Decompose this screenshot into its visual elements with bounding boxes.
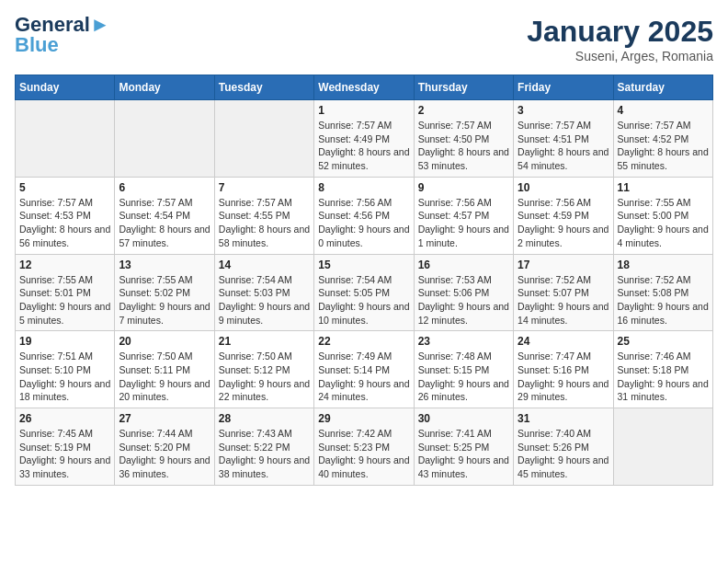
logo-text: General► [15,15,110,35]
calendar-cell: 31Sunrise: 7:40 AM Sunset: 5:26 PM Dayli… [514,408,613,486]
day-number: 8 [318,181,409,194]
day-info: Sunrise: 7:47 AM Sunset: 5:16 PM Dayligh… [518,350,609,404]
day-info: Sunrise: 7:48 AM Sunset: 5:15 PM Dayligh… [418,350,509,404]
day-info: Sunrise: 7:56 AM Sunset: 4:56 PM Dayligh… [318,196,409,250]
day-number: 19 [19,335,110,348]
location-subtitle: Suseni, Arges, Romania [527,49,713,63]
day-number: 22 [318,335,409,348]
calendar-cell: 13Sunrise: 7:55 AM Sunset: 5:02 PM Dayli… [115,254,214,331]
calendar-day-header: Sunday [16,75,115,100]
day-number: 6 [119,181,210,194]
calendar-cell: 17Sunrise: 7:52 AM Sunset: 5:07 PM Dayli… [514,254,613,331]
calendar-day-header: Tuesday [214,75,313,100]
day-number: 31 [518,412,609,425]
calendar-cell: 14Sunrise: 7:54 AM Sunset: 5:03 PM Dayli… [214,254,313,331]
calendar-cell: 27Sunrise: 7:44 AM Sunset: 5:20 PM Dayli… [115,408,214,486]
day-info: Sunrise: 7:43 AM Sunset: 5:22 PM Dayligh… [219,427,310,481]
calendar-table: SundayMondayTuesdayWednesdayThursdayFrid… [15,75,713,486]
title-block: January 2025 Suseni, Arges, Romania [527,15,713,63]
day-info: Sunrise: 7:49 AM Sunset: 5:14 PM Dayligh… [318,350,409,404]
calendar-week-row: 1Sunrise: 7:57 AM Sunset: 4:49 PM Daylig… [16,100,713,178]
day-number: 10 [518,181,609,194]
calendar-week-row: 26Sunrise: 7:45 AM Sunset: 5:19 PM Dayli… [16,408,713,486]
calendar-day-header: Friday [514,75,613,100]
day-number: 1 [318,104,409,117]
calendar-cell: 25Sunrise: 7:46 AM Sunset: 5:18 PM Dayli… [613,331,712,408]
day-number: 24 [518,335,609,348]
day-number: 15 [318,259,409,271]
day-number: 28 [219,412,310,425]
day-number: 27 [119,412,210,425]
calendar-header-row: SundayMondayTuesdayWednesdayThursdayFrid… [16,75,713,100]
calendar-cell [16,100,115,178]
calendar-cell: 2Sunrise: 7:57 AM Sunset: 4:50 PM Daylig… [414,100,513,178]
day-info: Sunrise: 7:55 AM Sunset: 5:01 PM Dayligh… [19,273,110,327]
day-info: Sunrise: 7:57 AM Sunset: 4:55 PM Dayligh… [219,196,310,250]
logo-subtext: Blue [15,35,110,55]
day-info: Sunrise: 7:55 AM Sunset: 5:02 PM Dayligh… [119,273,210,327]
day-number: 4 [618,104,709,117]
day-number: 23 [418,335,509,348]
calendar-cell: 21Sunrise: 7:50 AM Sunset: 5:12 PM Dayli… [214,331,313,408]
calendar-cell: 30Sunrise: 7:41 AM Sunset: 5:25 PM Dayli… [414,408,513,486]
day-info: Sunrise: 7:46 AM Sunset: 5:18 PM Dayligh… [618,350,709,404]
day-info: Sunrise: 7:56 AM Sunset: 4:57 PM Dayligh… [418,196,509,250]
day-number: 26 [19,412,110,425]
calendar-cell: 22Sunrise: 7:49 AM Sunset: 5:14 PM Dayli… [314,331,414,408]
calendar-week-row: 12Sunrise: 7:55 AM Sunset: 5:01 PM Dayli… [16,254,713,331]
day-number: 30 [418,412,509,425]
day-info: Sunrise: 7:52 AM Sunset: 5:07 PM Dayligh… [518,273,609,327]
calendar-cell: 16Sunrise: 7:53 AM Sunset: 5:06 PM Dayli… [414,254,513,331]
month-title: January 2025 [527,15,713,49]
day-info: Sunrise: 7:54 AM Sunset: 5:05 PM Dayligh… [318,273,409,327]
day-info: Sunrise: 7:44 AM Sunset: 5:20 PM Dayligh… [119,427,210,481]
day-info: Sunrise: 7:42 AM Sunset: 5:23 PM Dayligh… [318,427,409,481]
calendar-cell: 24Sunrise: 7:47 AM Sunset: 5:16 PM Dayli… [514,331,613,408]
calendar-cell: 10Sunrise: 7:56 AM Sunset: 4:59 PM Dayli… [514,177,613,254]
day-number: 29 [318,412,409,425]
day-info: Sunrise: 7:53 AM Sunset: 5:06 PM Dayligh… [418,273,509,327]
day-info: Sunrise: 7:40 AM Sunset: 5:26 PM Dayligh… [518,427,609,481]
calendar-day-header: Thursday [414,75,513,100]
day-number: 13 [119,259,210,271]
calendar-cell [115,100,214,178]
calendar-cell: 12Sunrise: 7:55 AM Sunset: 5:01 PM Dayli… [16,254,115,331]
day-number: 17 [518,259,609,271]
day-number: 12 [19,259,110,271]
day-number: 2 [418,104,509,117]
calendar-cell: 11Sunrise: 7:55 AM Sunset: 5:00 PM Dayli… [613,177,712,254]
day-info: Sunrise: 7:57 AM Sunset: 4:51 PM Dayligh… [518,119,609,173]
calendar-week-row: 5Sunrise: 7:57 AM Sunset: 4:53 PM Daylig… [16,177,713,254]
calendar-cell: 23Sunrise: 7:48 AM Sunset: 5:15 PM Dayli… [414,331,513,408]
calendar-cell: 5Sunrise: 7:57 AM Sunset: 4:53 PM Daylig… [16,177,115,254]
day-info: Sunrise: 7:57 AM Sunset: 4:49 PM Dayligh… [318,119,409,173]
day-number: 18 [618,259,709,271]
day-info: Sunrise: 7:50 AM Sunset: 5:12 PM Dayligh… [219,350,310,404]
day-number: 3 [518,104,609,117]
calendar-day-header: Wednesday [314,75,414,100]
day-number: 11 [618,181,709,194]
calendar-cell: 28Sunrise: 7:43 AM Sunset: 5:22 PM Dayli… [214,408,313,486]
day-info: Sunrise: 7:57 AM Sunset: 4:50 PM Dayligh… [418,119,509,173]
calendar-cell [214,100,313,178]
calendar-week-row: 19Sunrise: 7:51 AM Sunset: 5:10 PM Dayli… [16,331,713,408]
calendar-cell: 8Sunrise: 7:56 AM Sunset: 4:56 PM Daylig… [314,177,414,254]
logo: General► Blue [15,15,110,55]
day-info: Sunrise: 7:51 AM Sunset: 5:10 PM Dayligh… [19,350,110,404]
calendar-cell: 1Sunrise: 7:57 AM Sunset: 4:49 PM Daylig… [314,100,414,178]
calendar-cell: 7Sunrise: 7:57 AM Sunset: 4:55 PM Daylig… [214,177,313,254]
calendar-cell: 15Sunrise: 7:54 AM Sunset: 5:05 PM Dayli… [314,254,414,331]
calendar-cell: 3Sunrise: 7:57 AM Sunset: 4:51 PM Daylig… [514,100,613,178]
day-number: 9 [418,181,509,194]
calendar-cell: 9Sunrise: 7:56 AM Sunset: 4:57 PM Daylig… [414,177,513,254]
day-number: 16 [418,259,509,271]
calendar-cell: 19Sunrise: 7:51 AM Sunset: 5:10 PM Dayli… [16,331,115,408]
day-info: Sunrise: 7:57 AM Sunset: 4:53 PM Dayligh… [19,196,110,250]
day-info: Sunrise: 7:50 AM Sunset: 5:11 PM Dayligh… [119,350,210,404]
day-number: 14 [219,259,310,271]
day-number: 7 [219,181,310,194]
day-info: Sunrise: 7:45 AM Sunset: 5:19 PM Dayligh… [19,427,110,481]
day-number: 21 [219,335,310,348]
day-info: Sunrise: 7:57 AM Sunset: 4:54 PM Dayligh… [119,196,210,250]
calendar-cell: 6Sunrise: 7:57 AM Sunset: 4:54 PM Daylig… [115,177,214,254]
